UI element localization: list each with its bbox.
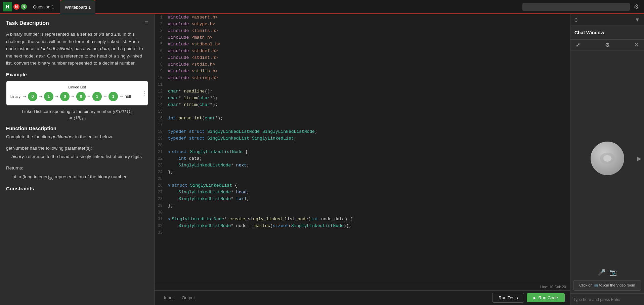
params-text: binary: reference to the head of a singl… [11,153,148,160]
code-line-30: 30 [155,209,570,216]
fold-icon-26[interactable]: ∨ [168,183,170,188]
returns-text: int: a (long integer)10 representation o… [11,173,148,181]
ll-node-1: 1 [44,92,53,101]
task-description-text: A binary number is represented as a seri… [6,31,148,67]
code-line-26: 26 ∨struct SinglyLinkedList { [155,182,570,189]
code-line-25: 25 [155,176,570,182]
code-line-5: 5 #include <stdbool.h> [155,41,570,48]
code-line-4: 4 #include <math.h> [155,34,570,41]
ll-null: null [125,94,131,99]
play-icon: ▶ [533,296,536,300]
chevron-down-icon: ▼ [635,17,640,23]
badge-2: N [21,4,27,10]
tab-input[interactable]: Input [160,294,178,302]
hamburger-menu-icon[interactable]: ≡ [144,20,148,27]
dot-menu-icon[interactable]: ⋮ [142,90,147,96]
close-icon[interactable]: ✕ [634,42,639,48]
code-line-17: 17 [155,122,570,128]
ll-arrow-4: → [87,94,91,99]
chat-input[interactable] [573,297,641,302]
code-line-23: 23 SinglyLinkedListNode* next; [155,162,570,169]
mic-controls: 🎤 📷 [570,266,644,279]
left-panel: Task Description ≡ A binary number is re… [0,14,155,305]
tab-question1[interactable]: Question 1 [28,0,59,14]
diagram-title: Linked List [10,85,144,89]
example-title: Example [6,72,148,77]
panel-header: Task Description ≡ [6,20,148,27]
svg-point-1 [603,155,611,162]
ll-arrow-3: → [71,94,75,99]
video-area: ▶ [570,50,644,266]
code-line-8: 8 #include <stdio.h> [155,61,570,68]
diagram-wrapper: Linked List binary → 0 → 1 → 0 → 0 → 1 →… [6,81,148,106]
code-line-1: 1 #include <assert.h> [155,14,570,21]
ll-arrow-6: → [119,94,124,99]
settings-icon[interactable]: ⚙ [605,42,610,48]
ll-binary-label: binary [10,94,20,99]
code-line-9: 9 #include <stdlib.h> [155,68,570,75]
code-line-28: 28 SinglyLinkedListNode* tail; [155,196,570,202]
ll-arrow-2: → [54,94,59,99]
status-bar: Line: 10 Col: 20 [155,283,570,290]
code-line-18: 18 typedef struct SinglyLinkedListNode S… [155,128,570,135]
linked-list-diagram: Linked List binary → 0 → 1 → 0 → 0 → 1 →… [6,81,148,106]
code-line-13: 13 char* ltrim(char*); [155,95,570,102]
caption-decimal: (19) [74,115,82,120]
ll-node-3: 0 [76,92,86,101]
tab-output[interactable]: Output [178,294,199,302]
panel-title: Task Description [6,20,49,26]
status-text: Line: 10 Col: 20 [540,285,566,289]
gear-icon[interactable]: ⚙ [631,2,641,12]
code-line-29: 29 }; [155,202,570,209]
code-line-3: 3 #include <limits.h> [155,28,570,34]
video-feed-icon [599,152,616,165]
fold-icon-21[interactable]: ∨ [168,150,170,154]
code-area: 1 #include <assert.h> 2 #include <ctype.… [155,14,570,305]
code-line-32: 32 SinglyLinkedListNode* node = malloc(s… [155,223,570,229]
code-editor[interactable]: 1 #include <assert.h> 2 #include <ctype.… [155,14,570,283]
code-line-15: 15 [155,108,570,115]
params-header: getNumber has the following parameter(s)… [6,145,148,152]
main-area: Task Description ≡ A binary number is re… [0,14,644,305]
logo: H [3,2,12,11]
run-code-button[interactable]: ▶ Run Code [527,293,565,302]
code-line-10: 10 #include <string.h> [155,75,570,81]
chat-input-area [570,293,644,305]
code-line-14: 14 char* rtrim(char*); [155,102,570,108]
code-line-22: 22 int data; [155,155,570,162]
constraints-title: Constraints [6,186,148,191]
code-line-27: 27 SinglyLinkedListNode* head; [155,189,570,196]
video-arrow-icon[interactable]: ▶ [637,155,641,161]
join-tooltip: Click on 📹 to join the Video room [573,280,641,291]
run-code-label: Run Code [538,295,558,300]
nav-search-input[interactable] [522,3,630,11]
code-line-2: 2 #include <ctype.h> [155,21,570,28]
run-tests-button[interactable]: Run Tests [492,293,524,303]
chat-window-title: Chat Window [570,26,644,40]
code-line-33: 33 [155,229,570,236]
code-line-31: 31 ∨SinglyLinkedListNode* create_singly_… [155,216,570,223]
function-text: Complete the function getNumber in the e… [6,133,148,141]
language-label: C [574,17,577,23]
ll-node-4: 1 [92,92,102,101]
tab-whiteboard1[interactable]: Whiteboard 1 [60,0,95,14]
right-panel: C ▼ Chat Window ⤢ ⚙ ✕ ▶ 🎤 📷 Click on 📹 t… [570,14,644,305]
ll-node-5: 1 [109,92,118,101]
ll-arrow-1: → [38,94,43,99]
caption-binary: (010011) [113,109,130,114]
expand-icon[interactable]: ⤢ [576,42,580,48]
code-line-12: 12 char* readline(); [155,88,570,95]
function-title: Function Description [6,125,148,131]
code-line-19: 19 typedef struct SinglyLinkedList Singl… [155,135,570,142]
diagram-caption: Linked list corresponding to the binary … [6,109,148,121]
code-line-21: 21 ∨struct SinglyLinkedListNode { [155,149,570,155]
fold-icon-31[interactable]: ∨ [168,217,170,222]
ll-node-0: 0 [28,92,37,101]
ll-arrow-5: → [103,94,108,99]
chat-controls: ⤢ ⚙ ✕ [570,40,644,50]
camera-icon[interactable]: 📷 [609,269,617,276]
code-line-16: 16 int parse_int(char*); [155,115,570,122]
microphone-icon[interactable]: 🎤 [598,269,605,276]
language-selector[interactable]: C ▼ [570,14,644,26]
returns-title: Returns: [6,164,148,172]
